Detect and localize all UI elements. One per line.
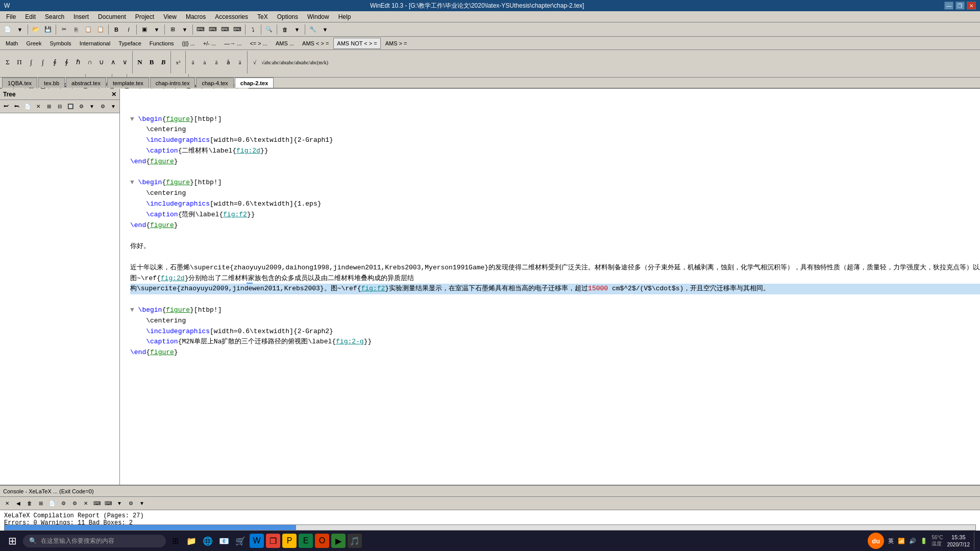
sym-int2[interactable]: ∫: [37, 57, 48, 68]
tree-btn9[interactable]: ▼: [87, 102, 97, 112]
menu-insert[interactable]: Insert: [69, 12, 93, 22]
sym-lor[interactable]: ∨: [119, 57, 131, 68]
clock[interactable]: 15:35 2020/7/12: [947, 534, 970, 547]
sym-N[interactable]: N: [134, 57, 145, 68]
cut-button[interactable]: ✂: [58, 24, 69, 35]
tree-btn4[interactable]: ✕: [33, 102, 43, 112]
menu-file[interactable]: File: [2, 12, 20, 22]
tool1[interactable]: ▣: [139, 24, 150, 35]
console-btn5[interactable]: 📄: [47, 498, 57, 509]
tree-btn10[interactable]: ⚙: [97, 102, 108, 112]
tool7[interactable]: ⌨: [219, 24, 231, 35]
tab-chap4[interactable]: chap-4.tex: [196, 78, 233, 88]
network-icon[interactable]: 📶: [898, 538, 905, 544]
tool5[interactable]: ⌨: [195, 24, 206, 35]
tab-1qba[interactable]: 1QBA.tex: [2, 78, 37, 88]
tree-close-btn[interactable]: ✕: [111, 91, 116, 98]
taskview-button[interactable]: ⊞: [168, 534, 182, 548]
sym-pi[interactable]: Π: [14, 57, 25, 68]
search-bar[interactable]: 🔍 在这里输入你要搜索的内容: [23, 535, 166, 547]
sym-amac[interactable]: ā: [187, 57, 199, 68]
save-button[interactable]: 💾: [42, 24, 54, 35]
battery-icon[interactable]: 🔋: [920, 538, 927, 544]
tab-chapintro[interactable]: chap-intro.tex: [150, 78, 195, 88]
tab-abstract[interactable]: abstract.tex: [66, 78, 106, 88]
taskbar-app5[interactable]: O: [315, 534, 329, 548]
taskbar-app6[interactable]: ▶: [331, 534, 346, 548]
new-button[interactable]: 📄: [2, 24, 13, 35]
sym-B2[interactable]: B: [158, 57, 169, 68]
restore-button[interactable]: ❐: [955, 2, 965, 10]
math-international[interactable]: International: [76, 38, 114, 49]
menu-macros[interactable]: Macros: [182, 12, 210, 22]
tree-btn1[interactable]: ⮨: [1, 102, 11, 112]
math-brackets[interactable]: {||} ...: [179, 38, 199, 49]
sym-xsup[interactable]: x²: [173, 57, 184, 68]
sym-frac2[interactable]: abc/abc: [287, 57, 302, 68]
tab-texbb[interactable]: tex.bb: [38, 78, 65, 88]
sym-acirc[interactable]: â: [211, 57, 222, 68]
editor-content[interactable]: ▼ \begin{figure}[htbp!] \centering \incl…: [120, 89, 980, 485]
console-btn3[interactable]: 🗑: [24, 498, 35, 509]
math-arrows[interactable]: —→ ...: [220, 38, 245, 49]
menu-view[interactable]: View: [159, 12, 181, 22]
math-ams-leq[interactable]: AMS < > =: [299, 38, 332, 49]
tree-btn2[interactable]: ⮪: [12, 102, 22, 112]
sym-oint[interactable]: ∮: [49, 57, 60, 68]
sym-B[interactable]: B: [146, 57, 157, 68]
sym-oint2[interactable]: ∮: [61, 57, 72, 68]
console-btn10[interactable]: ▼: [114, 498, 125, 509]
tool8[interactable]: ⌨: [232, 24, 243, 35]
menu-help[interactable]: Help: [334, 12, 355, 22]
taskbar-browser[interactable]: 🌐: [201, 534, 215, 548]
taskbar-app2[interactable]: ❒: [266, 534, 280, 548]
show-desktop-button[interactable]: [974, 532, 976, 550]
menu-window[interactable]: Window: [303, 12, 333, 22]
math-symbols[interactable]: Symbols: [46, 38, 75, 49]
paste-button[interactable]: 📋: [83, 24, 94, 35]
sym-sigma[interactable]: Σ: [2, 57, 13, 68]
taskbar-file-explorer[interactable]: 📁: [184, 534, 199, 548]
math-typeface[interactable]: Typeface: [115, 38, 145, 49]
math-plusminus[interactable]: +/- ...: [200, 38, 219, 49]
paste2-button[interactable]: 📋: [95, 24, 106, 35]
console-btn8[interactable]: ⌨: [92, 498, 102, 509]
sym-cup[interactable]: ∪: [96, 57, 107, 68]
tool13[interactable]: 🔧: [307, 24, 318, 35]
taskbar-app7[interactable]: 🎵: [348, 534, 362, 548]
tree-btn6[interactable]: ⊟: [55, 102, 65, 112]
tool6[interactable]: ⌨: [207, 24, 218, 35]
copy-button[interactable]: ⎘: [70, 24, 82, 35]
math-ams-not[interactable]: AMS NOT < > =: [333, 38, 380, 49]
tool14[interactable]: ▼: [320, 24, 331, 35]
menu-search[interactable]: Search: [41, 12, 68, 22]
tree-btn8[interactable]: ⚙: [76, 102, 86, 112]
console-stop[interactable]: ✕: [81, 498, 91, 509]
sym-sqrtabc[interactable]: √abc: [261, 57, 272, 68]
tree-btn3[interactable]: 📄: [22, 102, 33, 112]
du-icon[interactable]: du: [868, 533, 884, 549]
lang-indicator[interactable]: 英: [888, 537, 894, 545]
tree-btn7[interactable]: 🔲: [65, 102, 76, 112]
menu-edit[interactable]: Edit: [21, 12, 40, 22]
open-button[interactable]: 📂: [30, 24, 41, 35]
tool11[interactable]: 🗑: [279, 24, 290, 35]
sym-frac[interactable]: abc/abc: [273, 57, 287, 68]
math-functions[interactable]: Functions: [146, 38, 178, 49]
sym-binom[interactable]: (m/k): [317, 57, 328, 68]
taskbar-app4[interactable]: E: [299, 534, 313, 548]
sym-int[interactable]: ∫: [26, 57, 37, 68]
close-button[interactable]: ✕: [967, 2, 976, 10]
math-greek[interactable]: Greek: [22, 38, 45, 49]
minimize-button[interactable]: —: [944, 2, 953, 10]
menu-options[interactable]: Options: [273, 12, 302, 22]
console-btn9[interactable]: ⌨: [103, 498, 113, 509]
italic-button[interactable]: I: [123, 24, 134, 35]
menu-document[interactable]: Document: [94, 12, 130, 22]
sym-land[interactable]: ∧: [108, 57, 119, 68]
math-ams[interactable]: AMS ...: [272, 38, 298, 49]
console-btn11[interactable]: ⚙: [126, 498, 136, 509]
console-btn2[interactable]: ◀: [13, 498, 23, 509]
tool4[interactable]: ▼: [179, 24, 190, 35]
sym-hbar[interactable]: ℏ: [72, 57, 84, 68]
